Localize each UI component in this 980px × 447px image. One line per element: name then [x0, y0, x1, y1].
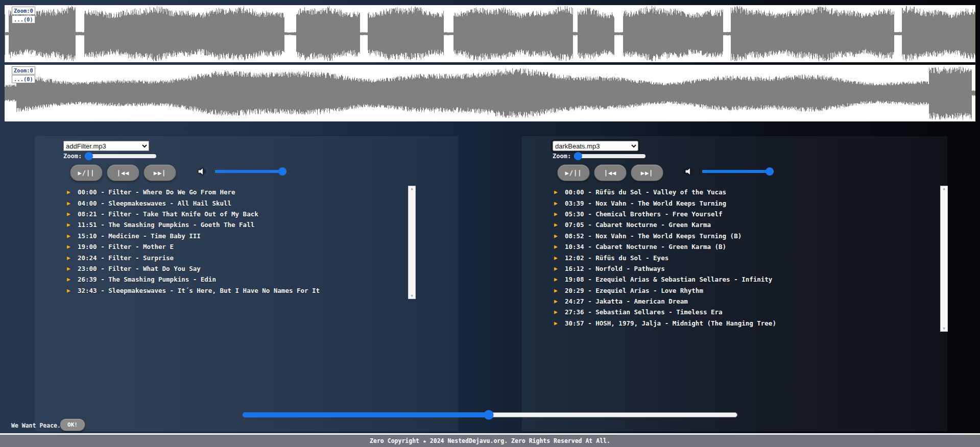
track-row[interactable]: ▶ 23:00 - Filter - What Do You Say — [67, 263, 407, 274]
zoom-slider-thumb[interactable] — [85, 152, 93, 160]
play-triangle-icon[interactable]: ▶ — [67, 244, 74, 250]
track-label: 00:00 - Filter - Where Do We Go From Her… — [78, 188, 235, 196]
waveform-canvas-deck-b[interactable] — [5, 65, 975, 121]
transport-row-left: ▶/|| |◀◀ ▶▶| — [70, 165, 176, 181]
rewind-button[interactable]: |◀◀ — [594, 165, 626, 181]
waveform-zoom-level-label: Zoom:0 — [12, 7, 35, 15]
play-triangle-icon[interactable]: ▶ — [554, 211, 561, 217]
track-row[interactable]: ▶ 10:34 - Cabaret Nocturne - Green Karma… — [554, 241, 894, 252]
play-triangle-icon[interactable]: ▶ — [67, 189, 74, 195]
play-triangle-icon[interactable]: ▶ — [554, 266, 561, 271]
track-label: 20:24 - Filter - Surprise — [78, 254, 174, 262]
waveform-canvas-deck-a[interactable] — [5, 5, 975, 62]
track-row[interactable]: ▶ 00:00 - Filter - Where Do We Go From H… — [67, 187, 407, 197]
zoom-slider-thumb[interactable] — [574, 152, 582, 160]
scroll-up-icon[interactable]: ▲ — [411, 186, 413, 191]
track-label: 08:52 - Nox Vahn - The World Keeps Turni… — [565, 232, 742, 240]
track-label: 00:00 - Rüfüs du Sol - Valley of the Yuc… — [565, 188, 726, 196]
zoom-slider-left[interactable] — [85, 152, 156, 160]
play-pause-button[interactable]: ▶/|| — [70, 165, 102, 181]
volume-slider-right[interactable] — [702, 167, 774, 176]
zoom-slider-track — [85, 154, 156, 158]
play-triangle-icon[interactable]: ▶ — [67, 277, 74, 282]
track-row[interactable]: ▶ 07:05 - Cabaret Nocturne - Green Karma — [554, 219, 894, 230]
play-triangle-icon[interactable]: ▶ — [67, 201, 74, 206]
play-triangle-icon[interactable]: ▶ — [554, 309, 561, 315]
volume-slider-left[interactable] — [215, 167, 286, 176]
track-label: 10:34 - Cabaret Nocturne - Green Karma (… — [565, 243, 726, 251]
crossfader-slider[interactable] — [243, 410, 737, 419]
track-label: 24:27 - Jakatta - American Dream — [565, 297, 688, 305]
volume-slider-fill — [702, 170, 774, 173]
copyright-text: Zero Copyright ★ 2024 NestedDejavu.org. … — [370, 437, 610, 444]
track-row[interactable]: ▶ 00:00 - Rüfüs du Sol - Valley of the Y… — [554, 187, 894, 197]
scroll-up-icon[interactable]: ▲ — [943, 186, 945, 191]
forward-button[interactable]: ▶▶| — [631, 165, 663, 181]
track-row[interactable]: ▶ 19:00 - Filter - Mother E — [67, 241, 407, 252]
track-row[interactable]: ▶ 20:24 - Filter - Surprise — [67, 252, 407, 263]
play-triangle-icon[interactable]: ▶ — [554, 222, 561, 228]
zoom-label: Zoom: — [553, 153, 571, 160]
track-row[interactable]: ▶ 19:08 - Ezequiel Arias & Sebastian Sel… — [554, 274, 894, 285]
play-triangle-icon[interactable]: ▶ — [554, 299, 561, 304]
forward-button[interactable]: ▶▶| — [144, 165, 176, 181]
file-select-right[interactable]: darkBeats.mp3 — [553, 141, 638, 151]
peace-message: We Want Peace. — [11, 422, 61, 429]
track-row[interactable]: ▶ 20:29 - Ezequiel Arias - Love Rhythm — [554, 285, 894, 296]
play-triangle-icon[interactable]: ▶ — [554, 320, 561, 326]
play-triangle-icon[interactable]: ▶ — [554, 244, 561, 250]
track-row[interactable]: ▶ 16:12 - Norfold - Pathways — [554, 263, 894, 274]
track-row[interactable]: ▶ 08:21 - Filter - Take That Knife Out o… — [67, 209, 407, 219]
zoom-slider-right[interactable] — [574, 152, 646, 160]
zoom-label: Zoom: — [63, 153, 82, 160]
waveform-markers-button[interactable]: ...(0) — [12, 15, 35, 23]
play-triangle-icon[interactable]: ▶ — [67, 266, 74, 271]
track-row[interactable]: ▶ 27:36 - Sebastian Sellares - Timeless … — [554, 307, 894, 317]
track-row[interactable]: ▶ 15:10 - Medicine - Time Baby III — [67, 231, 407, 241]
scroll-down-icon[interactable]: ▼ — [943, 326, 945, 331]
track-row[interactable]: ▶ 05:30 - Chemical Brothers - Free Yours… — [554, 209, 894, 219]
volume-row-right — [684, 166, 774, 177]
zoom-row-right: Zoom: — [553, 152, 646, 160]
volume-slider-thumb[interactable] — [278, 167, 286, 176]
waveform-markers-button[interactable]: ...(0) — [12, 75, 35, 83]
file-select-left[interactable]: addFilter.mp3 — [63, 141, 149, 151]
zoom-row-left: Zoom: — [63, 152, 156, 160]
track-row[interactable]: ▶ 30:57 - HOSH, 1979, Jalja - Midnight (… — [554, 318, 894, 329]
play-triangle-icon[interactable]: ▶ — [67, 288, 74, 293]
track-row[interactable]: ▶ 24:27 - Jakatta - American Dream — [554, 296, 894, 307]
play-triangle-icon[interactable]: ▶ — [554, 201, 561, 206]
track-row[interactable]: ▶ 12:02 - Rüfüs du Sol - Eyes — [554, 252, 894, 263]
crossfader-thumb[interactable] — [484, 410, 493, 420]
track-row[interactable]: ▶ 11:51 - The Smashing Pumpkins - Goeth … — [67, 219, 407, 230]
transport-row-right: ▶/|| |◀◀ ▶▶| — [558, 165, 663, 181]
play-triangle-icon[interactable]: ▶ — [554, 277, 561, 282]
track-label: 15:10 - Medicine - Time Baby III — [78, 232, 201, 240]
play-triangle-icon[interactable]: ▶ — [554, 255, 561, 261]
play-pause-button[interactable]: ▶/|| — [558, 165, 589, 181]
track-label: 12:02 - Rüfüs du Sol - Eyes — [565, 254, 668, 262]
track-row[interactable]: ▶ 26:39 - The Smashing Pumpkins - Edin — [67, 274, 407, 285]
play-triangle-icon[interactable]: ▶ — [67, 233, 74, 239]
rewind-button[interactable]: |◀◀ — [107, 165, 139, 181]
play-triangle-icon[interactable]: ▶ — [554, 189, 561, 195]
tracklist-scrollbar-left[interactable]: ▲ ▼ — [408, 186, 416, 299]
volume-slider-thumb[interactable] — [766, 167, 774, 176]
play-triangle-icon[interactable]: ▶ — [554, 233, 561, 239]
track-label: 04:00 - Sleepmakeswaves - All Hail Skull — [78, 200, 231, 207]
track-label: 11:51 - The Smashing Pumpkins - Goeth Th… — [78, 221, 254, 229]
volume-row-left — [197, 166, 286, 177]
track-label: 20:29 - Ezequiel Arias - Love Rhythm — [565, 287, 703, 294]
play-triangle-icon[interactable]: ▶ — [67, 211, 74, 217]
track-row[interactable]: ▶ 04:00 - Sleepmakeswaves - All Hail Sku… — [67, 197, 407, 208]
scroll-down-icon[interactable]: ▼ — [411, 293, 413, 299]
ok-button[interactable]: OK! — [60, 419, 85, 431]
track-row[interactable]: ▶ 32:43 - Sleepmakeswaves - It´s Here, B… — [67, 285, 407, 296]
track-label: 16:12 - Norfold - Pathways — [565, 265, 665, 272]
play-triangle-icon[interactable]: ▶ — [67, 222, 74, 228]
track-row[interactable]: ▶ 03:39 - Nox Vahn - The World Keeps Tur… — [554, 197, 894, 208]
play-triangle-icon[interactable]: ▶ — [554, 288, 561, 293]
play-triangle-icon[interactable]: ▶ — [67, 255, 74, 261]
tracklist-scrollbar-right[interactable]: ▲ ▼ — [940, 186, 948, 332]
track-row[interactable]: ▶ 08:52 - Nox Vahn - The World Keeps Tur… — [554, 231, 894, 241]
